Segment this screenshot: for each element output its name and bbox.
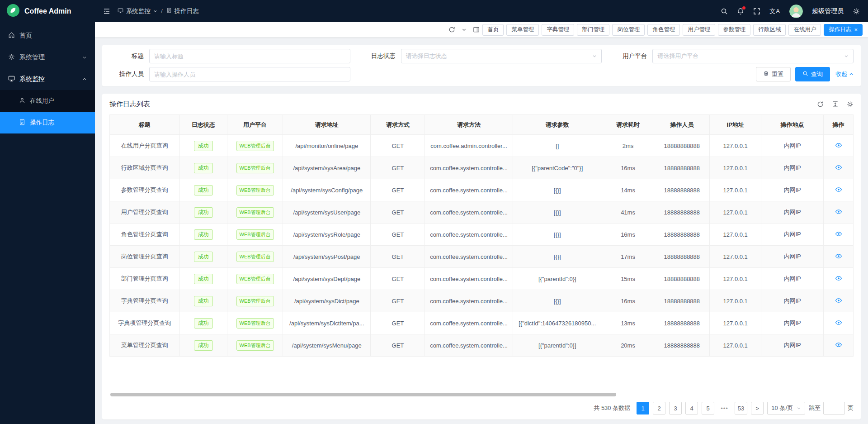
title-input[interactable] [149, 49, 350, 63]
fullscreen-icon[interactable] [753, 8, 760, 15]
cell-request-url: /api/system/sysUser/page [283, 201, 371, 224]
avatar[interactable] [789, 5, 803, 18]
reset-button[interactable]: 重置 [756, 67, 791, 81]
view-detail-eye-icon[interactable] [835, 230, 842, 238]
view-detail-eye-icon[interactable] [835, 275, 842, 282]
view-detail-eye-icon[interactable] [835, 186, 842, 193]
view-detail-eye-icon[interactable] [835, 252, 842, 260]
sidebar-item-home[interactable]: 首页 [0, 25, 95, 47]
page-tab[interactable]: 首页 × [482, 24, 504, 36]
sidebar-item-label: 在线用户 [30, 97, 54, 105]
view-detail-eye-icon[interactable] [835, 208, 842, 215]
cell-request-params: [{}] [513, 224, 602, 246]
table-row: 字典项管理分页查询 成功 WEB管理后台 /api/system/sysDict… [110, 312, 854, 334]
sidebar-item-operation-log[interactable]: 操作日志 [0, 112, 95, 133]
search-icon[interactable] [721, 8, 728, 15]
log-status-select[interactable]: 请选择日志状态 [401, 49, 602, 63]
cell-duration: 16ms [602, 157, 654, 179]
view-detail-eye-icon[interactable] [835, 341, 842, 348]
settings-gear-icon[interactable] [853, 8, 860, 15]
page-number-button[interactable]: ••• [718, 402, 731, 414]
page-number-button[interactable]: 2 [653, 402, 665, 414]
main-area: 系统监控 / 操作日志 [95, 0, 868, 424]
tab-label: 用户管理 [688, 26, 710, 33]
view-detail-eye-icon[interactable] [835, 142, 842, 149]
cell-request-handler: com.coffee.admin.controller... [425, 135, 513, 157]
monitor-icon [8, 75, 15, 83]
select-placeholder: 请选择日志状态 [406, 52, 447, 60]
page-number-button[interactable]: 1 [637, 402, 649, 414]
refresh-icon[interactable] [448, 26, 455, 33]
page-number-list: 1 2 3 4 5 ••• 53 [637, 402, 747, 414]
collapse-filter-link[interactable]: 收起 [835, 70, 854, 78]
table-row: 在线用户分页查询 成功 WEB管理后台 /api/monitor/online/… [110, 135, 854, 157]
page-tab[interactable]: 在线用户 × [788, 24, 821, 36]
current-user-name[interactable]: 超级管理员 [812, 7, 844, 15]
cell-duration: 20ms [602, 334, 654, 357]
page-tab[interactable]: 行政区域 × [753, 24, 786, 36]
page-tab[interactable]: 字典管理 × [542, 24, 574, 36]
cell-request-handler: com.coffee.system.controlle... [425, 246, 513, 268]
tab-close-icon[interactable]: × [854, 27, 858, 33]
table-tools [817, 101, 854, 108]
refresh-icon[interactable] [817, 101, 824, 108]
filter-platform-field: 用户平台 请选择用户平台 [613, 49, 854, 63]
table-row: 岗位管理分页查询 成功 WEB管理后台 /api/system/sysPost/… [110, 246, 854, 268]
page-tab[interactable]: 操作日志 × [824, 24, 863, 36]
page-tab[interactable]: 菜单管理 × [506, 24, 539, 36]
operator-input[interactable] [149, 67, 350, 81]
jump-suffix-label: 页 [848, 404, 854, 412]
table-row: 行政区域分页查询 成功 WEB管理后台 /api/system/sysArea/… [110, 157, 854, 179]
cell-platform: WEB管理后台 [227, 334, 283, 357]
horizontal-scrollbar-thumb[interactable] [110, 393, 616, 396]
cell-request-handler: com.coffee.system.controlle... [425, 201, 513, 224]
app-layout: Coffee Admin 首页 系统管理 [0, 0, 868, 424]
cell-operator: 18888888888 [654, 179, 710, 201]
page-tab[interactable]: 参数管理 × [718, 24, 750, 36]
cell-platform: WEB管理后台 [227, 157, 283, 179]
platform-badge: WEB管理后台 [236, 296, 274, 306]
sidebar-item-system-management[interactable]: 系统管理 [0, 47, 95, 68]
sidebar-item-online-users[interactable]: 在线用户 [0, 90, 95, 112]
collapse-label: 收起 [835, 70, 847, 78]
sidebar-collapse-icon[interactable] [103, 8, 110, 15]
page-tab[interactable]: 岗位管理 × [612, 24, 645, 36]
cell-actions [824, 334, 854, 357]
tab-options-chevron-icon[interactable] [462, 27, 467, 32]
cell-operator: 18888888888 [654, 334, 710, 357]
view-detail-eye-icon[interactable] [835, 297, 842, 304]
query-button[interactable]: 查询 [795, 67, 830, 81]
notification-bell-icon[interactable] [737, 8, 744, 15]
operator-label: 操作人员 [109, 70, 149, 78]
page-number-button[interactable]: 3 [669, 402, 682, 414]
tab-label: 字典管理 [547, 26, 569, 33]
breadcrumb-item-monitor[interactable]: 系统监控 [118, 7, 157, 15]
language-switch-icon[interactable]: 文A [769, 7, 780, 15]
page-tabs-bar: 首页 × 菜单管理 × 字典管理 × 部门管理 × [95, 22, 868, 38]
row-height-icon[interactable] [832, 101, 839, 108]
page-number-button[interactable]: 53 [735, 402, 747, 414]
layout-panel-icon[interactable] [473, 26, 480, 33]
cell-actions [824, 224, 854, 246]
cell-location: 内网IP [761, 179, 823, 201]
page-number-button[interactable]: 5 [702, 402, 714, 414]
cell-ip: 127.0.0.1 [710, 290, 761, 312]
page-size-select[interactable]: 10 条/页 [767, 402, 805, 414]
table-title: 操作日志列表 [109, 100, 150, 109]
view-detail-eye-icon[interactable] [835, 164, 842, 171]
next-page-button[interactable]: > [751, 402, 764, 414]
page-number-button[interactable]: 4 [685, 402, 698, 414]
column-settings-gear-icon[interactable] [847, 101, 854, 108]
home-icon [8, 32, 15, 40]
page-tab[interactable]: 部门管理 × [577, 24, 609, 36]
page-tab[interactable]: 角色管理 × [647, 24, 680, 36]
view-detail-eye-icon[interactable] [835, 319, 842, 326]
logo-leaf-icon [6, 4, 20, 19]
breadcrumb-item-operation-log[interactable]: 操作日志 [166, 7, 199, 15]
cell-ip: 127.0.0.1 [710, 179, 761, 201]
page-tab[interactable]: 用户管理 × [683, 24, 715, 36]
jump-page-input[interactable] [823, 402, 845, 414]
user-platform-select[interactable]: 请选择用户平台 [652, 49, 854, 63]
sidebar-item-system-monitor[interactable]: 系统监控 [0, 68, 95, 90]
chevron-down-icon [82, 54, 87, 61]
